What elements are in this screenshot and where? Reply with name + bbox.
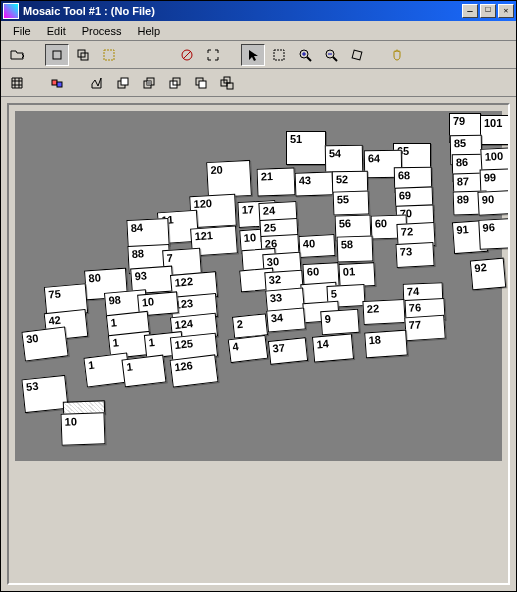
tile[interactable]: 14 (312, 333, 354, 362)
maximize-button[interactable] (480, 4, 496, 18)
tile[interactable]: 54 (325, 145, 363, 174)
tile[interactable]: 21 (257, 167, 296, 196)
window-title: Mosaic Tool #1 : (No File) (23, 5, 460, 17)
tile[interactable]: 40 (298, 234, 335, 258)
svg-line-8 (307, 57, 311, 61)
tile[interactable]: 20 (206, 160, 252, 198)
tile[interactable]: 53 (21, 375, 68, 413)
tile[interactable]: 1 (121, 355, 166, 388)
dashed-box-icon[interactable] (97, 44, 121, 66)
fullscreen-icon[interactable] (201, 44, 225, 66)
tile[interactable]: 55 (333, 190, 370, 215)
rotate-icon[interactable] (345, 44, 369, 66)
compose-icon[interactable] (45, 72, 69, 94)
tile[interactable]: 77 (404, 315, 446, 342)
tile[interactable]: 37 (268, 337, 308, 365)
single-box-icon[interactable] (45, 44, 69, 66)
tile[interactable]: 22 (362, 299, 405, 325)
no-entry-icon[interactable] (175, 44, 199, 66)
titlebar: Mosaic Tool #1 : (No File) (1, 1, 516, 21)
tile[interactable]: 43 (295, 171, 334, 196)
tile[interactable]: 34 (266, 307, 306, 332)
tile[interactable]: 9 (320, 309, 360, 336)
svg-rect-14 (352, 50, 362, 60)
open-icon[interactable] (5, 44, 29, 66)
svg-rect-3 (104, 50, 114, 60)
histogram-icon[interactable] (85, 72, 109, 94)
tile[interactable]: 30 (21, 326, 68, 361)
tile[interactable]: 92 (470, 258, 506, 291)
tile[interactable]: 58 (337, 235, 374, 262)
layers-4-icon[interactable] (189, 72, 213, 94)
tile[interactable]: 73 (395, 242, 434, 268)
tile[interactable]: 4 (228, 335, 269, 363)
layers-1-icon[interactable] (111, 72, 135, 94)
zoom-in-icon[interactable] (293, 44, 317, 66)
hand-icon[interactable] (385, 44, 409, 66)
toolbar-2 (1, 69, 516, 97)
svg-rect-0 (53, 51, 61, 59)
layers-2-icon[interactable] (137, 72, 161, 94)
zoom-out-icon[interactable] (319, 44, 343, 66)
app-icon (3, 3, 19, 19)
grid-icon[interactable] (5, 72, 29, 94)
mosaic-area[interactable]: 7910185518610054656468879920214352698990… (15, 111, 502, 461)
app-window: Mosaic Tool #1 : (No File) File Edit Pro… (0, 0, 517, 592)
tile[interactable]: 10 (60, 412, 105, 446)
svg-line-12 (333, 57, 337, 61)
svg-rect-15 (52, 80, 57, 85)
tile[interactable]: 101 (480, 115, 510, 145)
svg-rect-16 (57, 82, 62, 87)
tile[interactable]: 18 (364, 330, 408, 359)
menu-edit[interactable]: Edit (39, 23, 74, 39)
layers-5-icon[interactable] (215, 72, 239, 94)
minimize-button[interactable] (462, 4, 478, 18)
close-button[interactable] (498, 4, 514, 18)
menubar: File Edit Process Help (1, 21, 516, 41)
svg-line-5 (183, 51, 191, 59)
svg-rect-18 (121, 78, 128, 85)
multi-box-icon[interactable] (71, 44, 95, 66)
pointer-icon[interactable] (241, 44, 265, 66)
svg-rect-28 (227, 83, 233, 89)
svg-rect-21 (147, 81, 151, 85)
tile[interactable]: 51 (286, 131, 326, 165)
menu-process[interactable]: Process (74, 23, 130, 39)
menu-file[interactable]: File (5, 23, 39, 39)
canvas-frame: 7910185518610054656468879920214352698990… (1, 97, 516, 591)
tile[interactable]: 126 (169, 354, 218, 387)
layers-3-icon[interactable] (163, 72, 187, 94)
tile[interactable]: 96 (478, 218, 510, 250)
toolbar-1 (1, 41, 516, 69)
svg-rect-25 (199, 81, 206, 88)
menu-help[interactable]: Help (129, 23, 168, 39)
tile[interactable]: 90 (477, 190, 510, 216)
canvas[interactable]: 7910185518610054656468879920214352698990… (7, 103, 510, 585)
svg-rect-6 (274, 50, 284, 60)
marquee-icon[interactable] (267, 44, 291, 66)
